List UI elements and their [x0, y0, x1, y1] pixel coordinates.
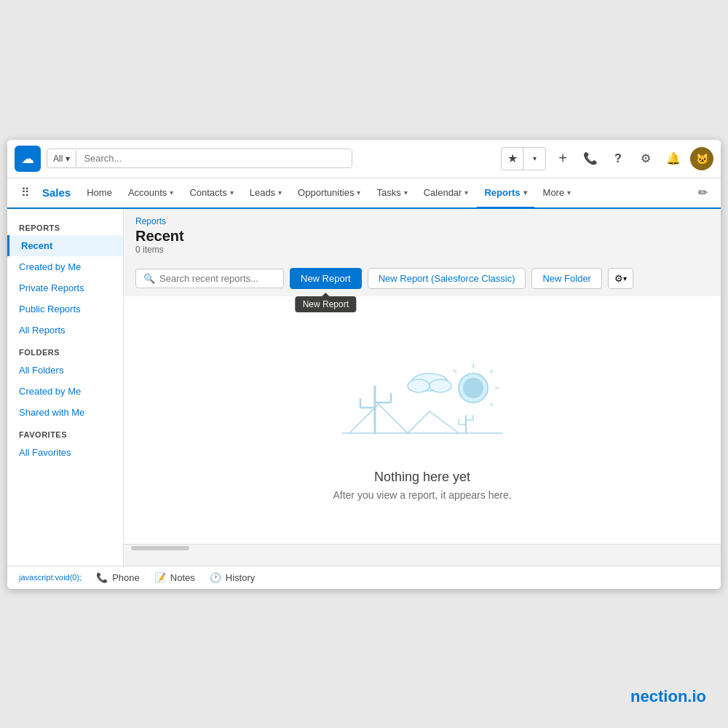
empty-state-subtitle: After you view a report, it appears here…	[333, 489, 511, 501]
settings-icon[interactable]: ⚙	[635, 148, 657, 170]
new-report-classic-button[interactable]: New Report (Salesforce Classic)	[368, 268, 526, 289]
sidebar-item-private-reports[interactable]: Private Reports	[7, 277, 123, 298]
sidebar-item-recent[interactable]: Recent	[7, 235, 123, 256]
sidebar-section-folders: FOLDERS	[7, 341, 123, 360]
empty-state: Nothing here yet After you view a report…	[124, 309, 721, 530]
notes-tab-label: Notes	[170, 572, 195, 583]
notifications-icon[interactable]: 🔔	[662, 148, 684, 170]
inner-content: Nothing here yet After you view a report…	[124, 296, 721, 544]
sidebar-item-public-reports[interactable]: Public Reports	[7, 298, 123, 320]
page-title: Recent	[135, 228, 709, 245]
help-icon[interactable]: ?	[607, 148, 629, 170]
reports-chevron-icon: ▾	[523, 189, 527, 197]
nav-bar: ⠿ Sales Home Accounts ▾ Contacts ▾ Leads…	[7, 178, 721, 209]
sidebar-item-all-reports[interactable]: All Reports	[7, 320, 123, 341]
contacts-chevron-icon: ▾	[230, 189, 234, 197]
tasks-chevron-icon: ▾	[404, 189, 408, 197]
sidebar-item-all-favorites[interactable]: All Favorites	[7, 442, 123, 463]
scrollbar-thumb[interactable]	[131, 546, 189, 550]
search-reports-bar: 🔍	[135, 269, 284, 288]
nav-item-calendar[interactable]: Calendar ▾	[416, 178, 476, 207]
empty-state-title: Nothing here yet	[374, 470, 470, 485]
nav-item-opportunities[interactable]: Opportunities ▾	[290, 178, 368, 207]
search-input[interactable]	[76, 149, 352, 167]
sidebar-section-reports: REPORTS	[7, 216, 123, 235]
add-button[interactable]: +	[552, 148, 574, 170]
new-report-wrapper: New Report New Report	[290, 268, 362, 289]
dropdown-chevron-icon: ▾	[623, 274, 627, 282]
nav-item-contacts[interactable]: Contacts ▾	[182, 178, 240, 207]
app-icon[interactable]: ☁	[15, 146, 41, 172]
settings-dropdown-button[interactable]: ⚙ ▾	[608, 268, 633, 289]
status-text: javascript:void(0);	[19, 573, 82, 582]
nav-label-home: Home	[87, 187, 112, 198]
notes-tab-icon: 📝	[154, 572, 166, 583]
gear-icon: ⚙	[614, 273, 623, 284]
svg-line-12	[490, 403, 493, 406]
sidebar: REPORTS Recent Created by Me Private Rep…	[7, 209, 124, 566]
filter-label: All	[53, 154, 63, 164]
nav-label-opportunities: Opportunities	[298, 187, 354, 198]
new-report-button[interactable]: New Report	[290, 268, 362, 289]
bottom-tab-history[interactable]: 🕐 History	[210, 572, 255, 583]
calendar-chevron-icon: ▾	[464, 189, 468, 197]
nav-label-contacts: Contacts	[189, 187, 226, 198]
sidebar-item-folders-created-by-me[interactable]: Created by Me	[7, 381, 123, 402]
reports-header: Reports Recent 0 items	[124, 209, 721, 255]
more-chevron-icon: ▾	[567, 189, 571, 197]
nav-label-reports: Reports	[484, 187, 520, 198]
filter-chevron-icon: ▾	[66, 154, 70, 164]
search-bar: All ▾	[47, 149, 352, 168]
history-tab-label: History	[226, 572, 255, 583]
top-bar: ☁ All ▾ ★ ▾ + 📞 ? ⚙ 🔔 🐱	[7, 140, 721, 178]
star-group: ★ ▾	[501, 147, 546, 170]
top-icons: ★ ▾ + 📞 ? ⚙ 🔔 🐱	[501, 147, 713, 170]
accounts-chevron-icon: ▾	[170, 189, 173, 197]
phone-tab-icon: 📞	[96, 572, 108, 583]
nav-label-more: More	[543, 187, 565, 198]
nav-item-reports[interactable]: Reports ▾	[477, 178, 534, 209]
nav-label-tasks: Tasks	[376, 187, 400, 198]
bottom-tab-notes[interactable]: 📝 Notes	[154, 572, 195, 583]
star-dropdown-button[interactable]: ▾	[523, 148, 545, 170]
avatar[interactable]: 🐱	[690, 147, 713, 170]
search-reports-input[interactable]	[159, 273, 276, 284]
opportunities-chevron-icon: ▾	[357, 189, 360, 197]
search-filter[interactable]: All ▾	[47, 151, 76, 167]
nav-item-home[interactable]: Home	[79, 178, 119, 207]
new-report-tooltip: New Report	[296, 296, 356, 312]
nav-label-accounts: Accounts	[128, 187, 167, 198]
breadcrumb[interactable]: Reports	[135, 216, 709, 226]
nav-label-leads: Leads	[250, 187, 275, 198]
svg-line-10	[490, 370, 493, 373]
toolbar: 🔍 New Report New Report New Report (Sale…	[124, 261, 721, 296]
nav-label-calendar: Calendar	[424, 187, 462, 198]
sidebar-item-shared-with-me[interactable]: Shared with Me	[7, 402, 123, 423]
nav-item-more[interactable]: More ▾	[536, 178, 579, 207]
new-folder-button[interactable]: New Folder	[531, 268, 601, 289]
svg-point-17	[430, 379, 451, 392]
nav-item-accounts[interactable]: Accounts ▾	[121, 178, 181, 207]
scrollbar-area	[124, 544, 721, 553]
svg-point-16	[408, 379, 430, 392]
bottom-bar: javascript:void(0); 📞 Phone 📝 Notes 🕐 Hi…	[7, 566, 721, 589]
nav-item-tasks[interactable]: Tasks ▾	[369, 178, 414, 207]
bottom-tab-phone[interactable]: 📞 Phone	[96, 572, 140, 583]
phone-icon[interactable]: 📞	[579, 148, 601, 170]
star-button[interactable]: ★	[502, 148, 523, 170]
phone-tab-label: Phone	[112, 572, 140, 583]
nection-watermark: nection.io	[630, 687, 706, 706]
svg-point-8	[463, 378, 483, 398]
sidebar-item-created-by-me[interactable]: Created by Me	[7, 256, 123, 277]
svg-line-13	[454, 370, 456, 373]
sidebar-item-all-folders[interactable]: All Folders	[7, 360, 123, 381]
browser-frame: ☁ All ▾ ★ ▾ + 📞 ? ⚙ 🔔 🐱 ⠿ Sales Home	[7, 140, 721, 589]
leads-chevron-icon: ▾	[278, 189, 282, 197]
nav-grid-icon[interactable]: ⠿	[15, 182, 36, 204]
nav-app-name[interactable]: Sales	[42, 186, 71, 199]
nav-item-leads[interactable]: Leads ▾	[242, 178, 289, 207]
desert-illustration	[313, 339, 531, 455]
item-count: 0 items	[135, 245, 709, 255]
nav-edit-icon[interactable]: ✏	[692, 180, 713, 205]
history-tab-icon: 🕐	[210, 572, 221, 583]
